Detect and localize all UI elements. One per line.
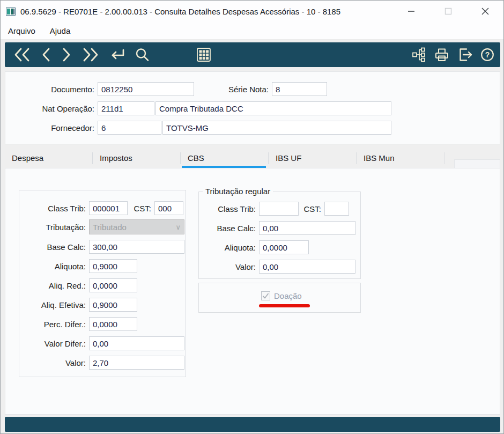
menu-bar: Arquivo Ajuda (1, 22, 503, 40)
documento-label: Documento: (5, 85, 98, 94)
minimize-button[interactable] (392, 1, 429, 22)
regular-base-calc-input[interactable] (259, 221, 355, 235)
maximize-button[interactable] (429, 1, 466, 22)
valor-difer-label: Valor Difer.: (19, 339, 89, 348)
regular-aliquota-label: Aliquota: (199, 243, 259, 252)
regular-base-calc-label: Base Calc: (199, 224, 259, 233)
serie-nota-label: Série Nota: (194, 85, 272, 94)
menu-item-arquivo[interactable]: Arquivo (8, 26, 35, 35)
nat-operacao-label: Nat Operação: (5, 104, 98, 113)
svg-text:?: ? (485, 50, 490, 59)
valor-input[interactable] (89, 356, 184, 370)
print-icon[interactable] (434, 47, 450, 62)
perc-difer-input[interactable] (89, 317, 137, 331)
next-record-icon[interactable] (61, 47, 72, 63)
tab-bar-corner (454, 159, 500, 168)
aliquota-input[interactable] (89, 259, 137, 273)
tab-impostos[interactable]: Impostos (93, 150, 181, 168)
footer-bar (5, 417, 500, 432)
nat-operacao-code-input[interactable] (98, 101, 154, 115)
fornecedor-desc-input[interactable] (162, 121, 391, 135)
cst-input[interactable] (154, 201, 183, 215)
cst-label: CST: (128, 204, 154, 213)
regular-cst-input[interactable] (324, 202, 349, 216)
cbs-tab-panel: Class Trib: CST: Tributação: Tributado ∨… (5, 168, 500, 415)
regular-valor-label: Valor: (199, 262, 259, 271)
toolbar-right-group: ? (412, 47, 495, 62)
serie-nota-input[interactable] (272, 82, 327, 96)
window-title: 06.9.5629 - RE0701E - 2.00.00.013 - Cons… (20, 7, 340, 16)
title-bar: 06.9.5629 - RE0701E - 2.00.00.013 - Cons… (1, 1, 503, 22)
tributacao-regular-title: Tributação regular (203, 187, 273, 196)
tributacao-label: Tributação: (19, 223, 89, 232)
exit-icon[interactable] (457, 47, 473, 62)
tab-bar: Despesa Impostos CBS IBS UF IBS Mun (5, 150, 500, 168)
app-icon (6, 8, 16, 16)
regular-class-trib-label: Class Trib: (199, 204, 259, 214)
base-calc-label: Base Calc: (19, 242, 89, 252)
close-button[interactable] (466, 1, 503, 22)
fornecedor-label: Fornecedor: (5, 123, 98, 133)
aliquota-label: Aliquota: (19, 262, 89, 271)
first-record-icon[interactable] (13, 47, 32, 63)
doacao-checkbox[interactable] (261, 291, 270, 300)
valor-label: Valor: (19, 358, 89, 367)
search-icon[interactable] (135, 47, 150, 62)
tab-ibs-mun[interactable]: IBS Mun (357, 150, 444, 168)
maximize-icon (442, 5, 454, 17)
tributacao-regular-group: Tributação regular Class Trib: CST: Base… (198, 192, 361, 279)
aliq-red-label: Aliq. Red.: (19, 281, 89, 290)
perc-difer-label: Perc. Difer.: (19, 320, 89, 329)
tab-ibs-uf[interactable]: IBS UF (269, 150, 357, 168)
annotation-red-underline (259, 304, 310, 307)
menu-item-ajuda[interactable]: Ajuda (50, 26, 70, 35)
tab-despesa[interactable]: Despesa (5, 150, 93, 168)
tab-cbs[interactable]: CBS (181, 150, 269, 168)
regular-cst-label: CST: (299, 204, 324, 214)
previous-record-icon[interactable] (40, 47, 52, 63)
regular-class-trib-input[interactable] (259, 202, 299, 216)
valor-difer-input[interactable] (89, 336, 184, 350)
nat-operacao-desc-input[interactable] (155, 101, 391, 115)
base-calc-input[interactable] (89, 240, 184, 254)
grid-browse-icon[interactable] (196, 47, 211, 62)
related-tree-icon[interactable] (412, 47, 427, 62)
class-trib-label: Class Trib: (19, 204, 89, 213)
aliq-efetiva-input[interactable] (89, 298, 137, 312)
chevron-down-icon: ∨ (175, 223, 181, 231)
regular-valor-input[interactable] (259, 260, 355, 274)
aliq-efetiva-label: Aliq. Efetiva: (19, 300, 89, 310)
tributacao-value: Tributado (93, 223, 127, 232)
window-controls (392, 1, 503, 22)
last-record-icon[interactable] (81, 47, 99, 63)
aliq-red-input[interactable] (89, 278, 137, 292)
enter-confirm-icon[interactable] (108, 47, 126, 63)
help-icon[interactable]: ? (480, 47, 495, 62)
cbs-fields-group: Class Trib: CST: Tributação: Tributado ∨… (19, 190, 186, 377)
class-trib-input[interactable] (89, 201, 128, 215)
app-window: 06.9.5629 - RE0701E - 2.00.00.013 - Cons… (0, 0, 504, 434)
toolbar: ? (5, 42, 500, 67)
documento-input[interactable] (98, 82, 194, 96)
regular-aliquota-input[interactable] (259, 240, 309, 254)
document-header-panel: Documento: Série Nota: Nat Operação: For… (5, 71, 500, 144)
fornecedor-code-input[interactable] (98, 121, 161, 135)
close-icon (479, 5, 491, 17)
doacao-group: Doação (198, 283, 361, 313)
doacao-label: Doação (274, 291, 302, 300)
minimize-icon (405, 5, 417, 17)
check-icon (262, 292, 270, 300)
tributacao-select[interactable]: Tributado ∨ (89, 219, 184, 234)
